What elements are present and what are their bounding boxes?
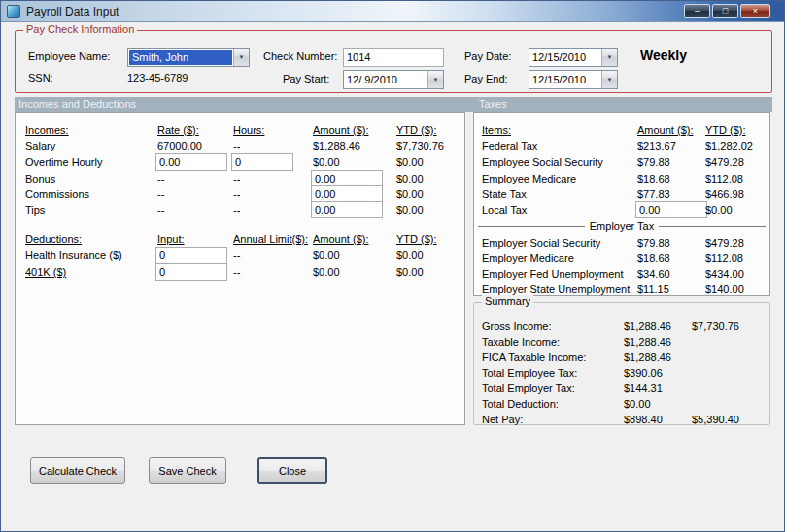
income-ytd: $0.00 <box>396 156 424 168</box>
income-name: Bonus <box>25 173 55 184</box>
pay-date-dropdown-icon[interactable]: ▼ <box>601 49 617 66</box>
income-hours: -- <box>233 204 240 216</box>
check-number-label: Check Number: <box>263 50 337 62</box>
health-insurance-input[interactable] <box>155 247 227 264</box>
summary-amount: $144.31 <box>624 382 663 394</box>
tax-ytd: $1,282.02 <box>705 140 753 151</box>
overtime-hours-input[interactable] <box>231 153 293 171</box>
summary-row-total-employer-tax: Total Employer Tax: $144.31 <box>474 382 769 397</box>
employee-name-dropdown-icon[interactable]: ▼ <box>233 49 249 66</box>
tax-name: Federal Tax <box>482 140 537 151</box>
summary-amount: $1,288.46 <box>624 320 671 332</box>
deductions-header-row: Deductions: Input: Annual Limit($): Amou… <box>16 232 464 248</box>
summary-row-taxable-income: Taxable Income: $1,288.46 <box>474 335 769 350</box>
summary-row-fica-taxable-income: FICA Taxable Income: $1,288.46 <box>474 350 769 366</box>
tax-amount: $11.15 <box>637 283 669 295</box>
tax-ytd: $140.00 <box>705 283 744 295</box>
calculate-check-button[interactable]: Calculate Check <box>30 457 125 484</box>
pay-date-picker[interactable]: 12/15/2010 ▼ <box>529 48 618 67</box>
401k-input[interactable] <box>155 263 227 281</box>
col-header-amount: Amount ($): <box>313 233 368 245</box>
income-row-salary: Salary 67000.00 -- $1,288.46 $7,730.76 <box>16 139 464 154</box>
separator-line <box>659 226 766 227</box>
pay-date-value: 12/15/2010 <box>529 49 601 66</box>
close-window-button[interactable]: × <box>740 4 770 18</box>
local-tax-input[interactable] <box>635 201 707 218</box>
summary-row-total-deduction: Total Deduction: $0.00 <box>474 397 769 413</box>
app-icon <box>7 5 20 18</box>
taxes-panel: Items: Amount ($): YTD ($): Federal Tax … <box>473 112 770 296</box>
col-header-ytd: YTD ($): <box>396 233 437 245</box>
tax-ytd: $434.00 <box>705 268 744 280</box>
tax-row-employee-social-security: Employee Social Security $79.88 $479.28 <box>474 155 769 171</box>
tax-name: Employee Social Security <box>482 156 603 168</box>
tax-row-federal: Federal Tax $213.67 $1,282.02 <box>474 139 769 154</box>
tax-name: Local Tax <box>482 204 527 216</box>
tax-ytd: $112.08 <box>705 173 743 184</box>
tax-name: Employer State Unemployment <box>482 283 630 295</box>
payroll-data-input-window: Payroll Data Input – □ × Pay Check Infor… <box>0 0 785 532</box>
close-button[interactable]: Close <box>257 457 327 484</box>
deduction-limit: -- <box>233 249 240 261</box>
pay-start-picker[interactable]: 12/ 9/2010 ▼ <box>343 70 444 89</box>
income-hours: -- <box>233 140 240 151</box>
minimize-button[interactable]: – <box>684 4 710 18</box>
deduction-ytd: $0.00 <box>396 266 424 278</box>
pay-end-label: Pay End: <box>464 73 508 84</box>
ssn-value: 123-45-6789 <box>127 72 188 83</box>
check-number-input[interactable] <box>343 48 444 67</box>
income-ytd: $0.00 <box>396 173 424 184</box>
income-ytd: $0.00 <box>396 188 424 200</box>
tax-ytd: $466.98 <box>705 188 744 200</box>
deduction-ytd: $0.00 <box>396 249 424 261</box>
titlebar: Payroll Data Input – □ × <box>1 1 784 22</box>
tax-ytd: $479.28 <box>705 237 744 249</box>
tax-ytd: $112.08 <box>705 252 743 264</box>
income-row-tips: Tips -- -- $0.00 <box>16 203 464 218</box>
save-check-button[interactable]: Save Check <box>149 457 226 484</box>
income-name: Tips <box>25 204 45 216</box>
maximize-button[interactable]: □ <box>712 4 738 18</box>
tax-amount: $79.88 <box>637 156 670 168</box>
col-header-hours: Hours: <box>233 124 264 136</box>
employer-tax-label: Employer Tax <box>585 220 659 232</box>
overtime-rate-input[interactable] <box>155 153 227 171</box>
caption-buttons: – □ × <box>684 4 770 18</box>
pay-start-label: Pay Start: <box>283 73 329 84</box>
tips-amount-input[interactable] <box>311 201 383 218</box>
income-name: Salary <box>25 140 55 151</box>
tax-amount: $18.68 <box>637 252 670 264</box>
tax-row-state: State Tax $77.83 $466.98 <box>474 187 769 203</box>
summary-name: Net Pay: <box>482 414 523 425</box>
paycheck-info-group-label: Pay Check Information <box>23 23 137 35</box>
col-header-amount: Amount ($): <box>637 124 693 136</box>
summary-group-label: Summary <box>482 295 533 307</box>
tax-amount: $18.68 <box>637 173 670 184</box>
deduction-row-401k: 401K ($) -- $0.00 $0.00 <box>16 265 464 281</box>
summary-ytd: $5,390.40 <box>692 414 739 425</box>
income-hours: -- <box>233 173 240 184</box>
tax-row-employer-fed-unemployment: Employer Fed Unemployment $34.60 $434.00 <box>474 267 769 283</box>
deduction-amount: $0.00 <box>313 266 340 278</box>
tax-row-employer-medicare: Employer Medicare $18.68 $112.08 <box>474 251 769 267</box>
pay-end-picker[interactable]: 12/15/2010 ▼ <box>529 70 618 89</box>
col-header-input: Input: <box>157 233 185 245</box>
deduction-name: 401K ($) <box>25 266 66 278</box>
summary-name: Total Employer Tax: <box>482 382 575 394</box>
tax-amount: $77.83 <box>637 188 670 200</box>
summary-ytd: $7,730.76 <box>692 320 739 332</box>
pay-end-dropdown-icon[interactable]: ▼ <box>601 71 617 88</box>
summary-row-net-pay: Net Pay: $898.40 $5,390.40 <box>474 413 769 428</box>
employee-name-combobox[interactable]: Smith, John ▼ <box>127 48 250 67</box>
section-header-bar: Incomes and Deductions Taxes <box>15 97 772 112</box>
col-header-rate: Rate ($): <box>157 124 199 136</box>
incomes-deductions-section-label: Incomes and Deductions <box>18 98 136 110</box>
income-ytd: $0.00 <box>396 204 424 216</box>
summary-amount: $0.00 <box>624 398 651 410</box>
pay-start-dropdown-icon[interactable]: ▼ <box>427 71 443 88</box>
summary-row-gross-income: Gross Income: $1,288.46 $7,730.76 <box>474 319 769 335</box>
pay-start-value: 12/ 9/2010 <box>344 71 427 88</box>
tax-row-local: Local Tax $0.00 <box>474 203 769 218</box>
summary-name: FICA Taxable Income: <box>482 351 586 363</box>
deduction-row-health-insurance: Health Insurance ($) -- $0.00 $0.00 <box>16 249 464 264</box>
